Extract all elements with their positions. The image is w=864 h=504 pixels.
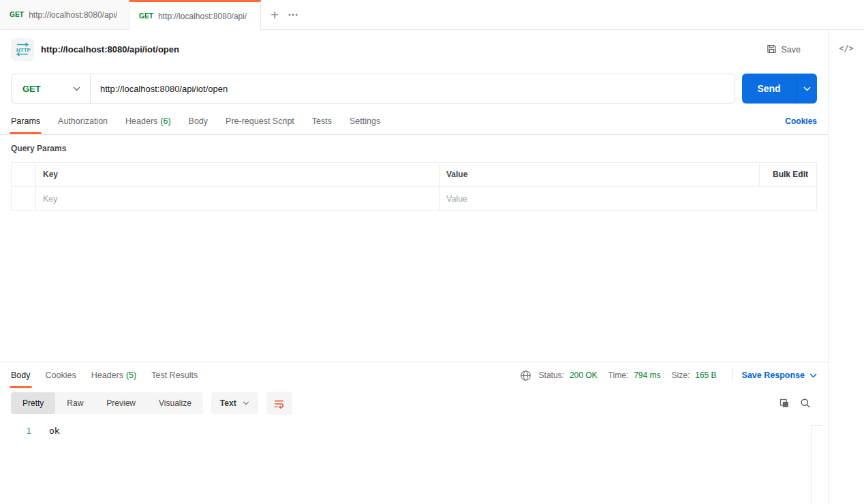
app-window: GET http://localhost:8080/api/ GET http:… xyxy=(0,0,864,504)
view-segmented-control: Pretty Raw Preview Visualize xyxy=(11,392,203,414)
line-content: ok xyxy=(31,425,60,437)
chevron-down-icon xyxy=(809,373,817,378)
code-line: 1 ok xyxy=(0,425,828,437)
size-value[interactable]: 165 B xyxy=(695,371,716,380)
wrap-lines-icon xyxy=(273,398,285,409)
tab-url-label: http://localhost:8080/api/ xyxy=(29,10,117,20)
cookies-link[interactable]: Cookies xyxy=(785,108,817,134)
response-tab-headers[interactable]: Headers(5) xyxy=(91,362,137,388)
request-subtabs: Params Authorization Headers(6) Body Pre… xyxy=(0,108,828,135)
search-icon[interactable] xyxy=(798,396,813,411)
time-value[interactable]: 794 ms xyxy=(634,371,660,380)
response-tab-body[interactable]: Body xyxy=(11,362,31,388)
line-number: 1 xyxy=(0,425,31,437)
tab-headers[interactable]: Headers(6) xyxy=(125,108,171,134)
response-tab-cookies[interactable]: Cookies xyxy=(46,362,76,388)
save-button-label: Save xyxy=(782,45,801,54)
bulk-edit-button[interactable]: Bulk Edit xyxy=(760,163,816,186)
response-view-toolbar: Pretty Raw Preview Visualize Text xyxy=(0,388,828,417)
tab-url-label: http://localhost:8080/api/ xyxy=(158,12,247,21)
code-snippet-icon[interactable]: </> xyxy=(839,44,854,53)
tab-params[interactable]: Params xyxy=(11,108,40,134)
table-row: Key Value xyxy=(12,187,816,210)
tab-authorization[interactable]: Authorization xyxy=(58,108,108,134)
save-response-label: Save Response xyxy=(742,371,805,380)
tab-tests[interactable]: Tests xyxy=(312,108,332,134)
table-header-row: Key Value Bulk Edit xyxy=(12,163,816,187)
tab-method-badge: GET xyxy=(10,11,24,18)
value-column-header: Value xyxy=(439,163,760,186)
time-label: Time: xyxy=(608,371,629,380)
request-header-row: HTTP http://localhost:8080/api/iot/open … xyxy=(0,30,828,69)
key-column-header: Key xyxy=(36,163,439,186)
row-select-cell[interactable] xyxy=(12,187,36,210)
tab-prerequest-script[interactable]: Pre-request Script xyxy=(226,108,294,134)
copy-icon[interactable] xyxy=(777,396,792,411)
view-raw[interactable]: Raw xyxy=(55,392,95,414)
status-value[interactable]: 200 OK xyxy=(570,371,598,380)
request-tab-2-active[interactable]: GET http://localhost:8080/api/ xyxy=(129,0,261,30)
url-box: GET http://localhost:8080/api/iot/open xyxy=(11,74,735,104)
tab-method-badge: GET xyxy=(139,12,153,20)
size-label: Size: xyxy=(672,371,690,380)
query-params-table: Key Value Bulk Edit Key Value xyxy=(11,162,817,211)
format-value: Text xyxy=(220,398,236,408)
response-tabs: Body Cookies Headers(5) Test Results Sta… xyxy=(0,362,828,388)
view-preview[interactable]: Preview xyxy=(95,392,147,414)
request-title: http://localhost:8080/api/iot/open xyxy=(41,44,179,54)
save-icon xyxy=(767,44,777,56)
http-protocol-icon: HTTP xyxy=(11,38,34,61)
query-params-title: Query Params xyxy=(11,144,817,153)
tab-settings[interactable]: Settings xyxy=(350,108,380,134)
headers-count: (6) xyxy=(160,116,170,126)
status-label: Status: xyxy=(539,371,564,380)
view-visualize[interactable]: Visualize xyxy=(147,392,203,414)
tab-options-icon[interactable]: ••• xyxy=(288,12,298,18)
right-sidebar: </> xyxy=(828,30,864,504)
request-bar: GET http://localhost:8080/api/iot/open S… xyxy=(0,69,828,108)
globe-icon[interactable] xyxy=(519,368,534,383)
save-response-button[interactable]: Save Response xyxy=(742,371,817,380)
request-tab-1[interactable]: GET http://localhost:8080/api/ xyxy=(0,0,129,29)
method-dropdown[interactable]: GET xyxy=(12,74,90,103)
select-column-header xyxy=(12,163,36,186)
send-button[interactable]: Send xyxy=(742,74,817,104)
response-meta: Status: 200 OK Time: 794 ms Size: 165 B … xyxy=(519,362,817,388)
divider xyxy=(732,368,732,382)
row-actions-cell xyxy=(760,187,816,210)
chevron-down-icon xyxy=(73,86,80,91)
request-tab-bar: GET http://localhost:8080/api/ GET http:… xyxy=(0,0,864,30)
method-value: GET xyxy=(22,84,41,94)
chevron-down-icon xyxy=(803,86,811,91)
response-headers-count: (5) xyxy=(126,371,136,380)
main-pane: HTTP http://localhost:8080/api/iot/open … xyxy=(0,30,828,504)
view-pretty[interactable]: Pretty xyxy=(11,392,55,414)
chevron-down-icon xyxy=(243,401,249,405)
response-section: Body Cookies Headers(5) Test Results Sta… xyxy=(0,362,828,504)
response-body-editor[interactable]: 1 ok xyxy=(0,417,828,504)
save-button[interactable]: Save xyxy=(760,40,808,60)
tab-actions: + ••• xyxy=(261,0,299,29)
svg-text:HTTP: HTTP xyxy=(16,47,31,53)
send-button-label[interactable]: Send xyxy=(742,74,796,104)
tab-body[interactable]: Body xyxy=(189,108,209,134)
response-actions xyxy=(777,396,813,411)
send-options-button[interactable] xyxy=(796,74,817,104)
wrap-lines-button[interactable] xyxy=(266,392,292,415)
url-input[interactable]: http://localhost:8080/api/iot/open xyxy=(91,84,735,94)
new-tab-button[interactable]: + xyxy=(271,7,279,22)
value-input[interactable]: Value xyxy=(439,187,760,210)
format-dropdown[interactable]: Text xyxy=(211,392,258,414)
response-tab-test-results[interactable]: Test Results xyxy=(151,362,198,388)
scrollbar-track[interactable] xyxy=(811,425,822,504)
key-input[interactable]: Key xyxy=(36,187,439,210)
